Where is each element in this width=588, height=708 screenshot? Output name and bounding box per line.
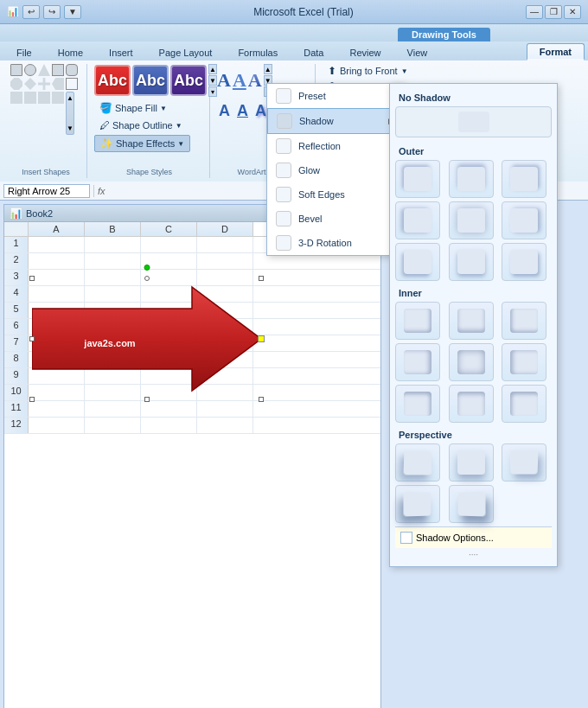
inner-shadow-8[interactable] xyxy=(449,385,494,423)
persp-shadow-4[interactable] xyxy=(395,485,440,523)
wa-up[interactable]: ▲ xyxy=(264,64,272,74)
outer-shadow-8[interactable] xyxy=(449,243,494,281)
shape-icon-triangle[interactable] xyxy=(38,64,50,76)
shadow-panel-scroll[interactable]: No Shadow Outer Inner xyxy=(390,84,557,566)
style-btn-2[interactable]: Abc xyxy=(132,65,169,96)
inner-shadow-2[interactable] xyxy=(449,302,494,340)
outer-shadow-6[interactable] xyxy=(502,201,546,239)
handle-top-left[interactable] xyxy=(29,276,35,281)
tab-file[interactable]: File xyxy=(3,43,45,61)
spreadsheet-container: 📊 Book2 A B C D 1 2 3 4 xyxy=(0,201,385,708)
handle-bot-left[interactable] xyxy=(29,397,35,402)
shape-icon-cross[interactable] xyxy=(38,78,50,90)
tab-format[interactable]: Format xyxy=(527,43,585,61)
shape-icon-round-rect[interactable] xyxy=(66,64,78,76)
shape-fill-btn[interactable]: 🪣 Shape Fill ▼ xyxy=(94,100,172,116)
tab-home[interactable]: Home xyxy=(45,43,96,61)
name-box[interactable] xyxy=(3,184,90,198)
outer-shadow-4[interactable] xyxy=(395,201,440,239)
shadow-options-footer[interactable]: Shadow Options... xyxy=(395,526,552,548)
shapes-scroll[interactable]: ▲ ▼ xyxy=(66,92,74,135)
inner-shadow-7[interactable] xyxy=(395,385,440,423)
shape-icon-4[interactable] xyxy=(24,92,36,104)
shape-icon-diamond[interactable] xyxy=(24,78,36,90)
rotation-handle[interactable] xyxy=(144,265,150,271)
outer-shadow-5[interactable] xyxy=(449,201,494,239)
handle-top-center[interactable] xyxy=(144,276,150,281)
undo-button[interactable]: ↩ xyxy=(22,5,40,19)
wa-a3-btn[interactable]: A xyxy=(248,69,262,92)
wa-text-outline[interactable]: A xyxy=(235,100,250,122)
outer-shadow-2[interactable] xyxy=(449,160,494,198)
shape-icon-rect[interactable] xyxy=(10,64,22,76)
outer-shadow-grid xyxy=(395,160,552,281)
shadow-options-label: Shadow Options... xyxy=(416,533,494,543)
tab-formulas[interactable]: Formulas xyxy=(225,43,291,61)
shape-outline-btn[interactable]: 🖊 Shape Outline ▼ xyxy=(94,118,188,133)
wa-text-fill[interactable]: A xyxy=(217,100,232,122)
quick-access-button[interactable]: ▼ xyxy=(64,5,81,19)
handle-mid-left[interactable] xyxy=(29,336,35,341)
tab-page-layout[interactable]: Page Layout xyxy=(146,43,226,61)
shape-icon-octagon[interactable] xyxy=(10,78,22,90)
menu-item-3d-rotation[interactable]: 3-D Rotation ▶ xyxy=(267,231,404,255)
inner-shadow-1[interactable] xyxy=(395,302,440,340)
handle-bot-center[interactable] xyxy=(144,397,150,402)
tab-view[interactable]: View xyxy=(394,43,441,61)
shape-icon-arrow[interactable] xyxy=(52,78,64,90)
handle-top-right[interactable] xyxy=(259,276,264,281)
persp-shadow-2[interactable] xyxy=(449,443,494,482)
close-button[interactable]: ✕ xyxy=(564,5,581,19)
wa-a2-btn[interactable]: A xyxy=(233,69,246,92)
outline-icon: 🖊 xyxy=(99,119,110,131)
menu-item-glow[interactable]: Glow ▶ xyxy=(267,158,404,182)
preset-icon xyxy=(276,88,291,104)
outer-shadow-9[interactable] xyxy=(502,243,546,281)
shape-effects-btn[interactable]: ✨ Shape Effects ▼ xyxy=(94,135,190,152)
inner-shadow-4[interactable] xyxy=(395,343,440,381)
handle-bot-right[interactable] xyxy=(259,397,264,402)
minimize-button[interactable]: — xyxy=(526,5,543,19)
inner-shadow-grid xyxy=(395,302,552,423)
menu-item-bevel[interactable]: Bevel ▶ xyxy=(267,207,404,231)
svg-marker-0 xyxy=(32,287,261,391)
persp-shadow-1[interactable] xyxy=(395,443,440,482)
persp-shadow-3[interactable] xyxy=(502,443,546,482)
menu-item-preset[interactable]: Preset ▶ xyxy=(267,84,404,108)
restore-button[interactable]: ❐ xyxy=(545,5,562,19)
inner-shadow-5[interactable] xyxy=(449,343,494,381)
shadow-dots: ···· xyxy=(395,548,552,561)
shape-icon-5[interactable] xyxy=(38,92,50,104)
style-btn-1[interactable]: Abc xyxy=(94,65,131,96)
outer-shadow-7[interactable] xyxy=(395,243,440,281)
inner-shadow-3[interactable] xyxy=(502,302,546,340)
adjust-handle[interactable] xyxy=(258,335,265,342)
wa-a-btn[interactable]: A xyxy=(217,69,231,92)
arrow-shape-wrapper[interactable]: java2s.com xyxy=(32,278,261,399)
app-title: Microsoft Excel (Trial) xyxy=(81,6,526,18)
reflection-icon xyxy=(276,138,291,154)
perspective-shadow-grid xyxy=(395,443,552,523)
menu-item-shadow[interactable]: Shadow ▶ xyxy=(267,108,404,134)
outer-shadow-3[interactable] xyxy=(502,160,546,198)
tab-review[interactable]: Review xyxy=(336,43,393,61)
inner-shadow-6[interactable] xyxy=(502,343,546,381)
col-header-a: A xyxy=(29,222,85,236)
shape-icon-oval[interactable] xyxy=(24,64,36,76)
redo-button[interactable]: ↪ xyxy=(43,5,61,19)
persp-shadow-5[interactable] xyxy=(449,485,494,523)
shape-icon-6[interactable] xyxy=(52,92,64,104)
menu-item-reflection[interactable]: Reflection ▶ xyxy=(267,134,404,158)
style-btn-3[interactable]: Abc xyxy=(170,65,207,96)
no-shadow-option[interactable] xyxy=(395,106,552,137)
tab-insert[interactable]: Insert xyxy=(96,43,146,61)
inner-shadow-9[interactable] xyxy=(502,385,546,423)
tab-data[interactable]: Data xyxy=(291,43,336,61)
fill-icon: 🪣 xyxy=(99,102,112,114)
shape-icon-line[interactable] xyxy=(66,78,78,90)
shape-icon-3[interactable] xyxy=(10,92,22,104)
menu-item-soft-edges[interactable]: Soft Edges ▶ xyxy=(267,182,404,207)
bring-to-front-btn[interactable]: ⬆ Bring to Front ▼ xyxy=(323,64,413,78)
shape-icon-rect2[interactable] xyxy=(52,64,64,76)
outer-shadow-1[interactable] xyxy=(395,160,440,198)
